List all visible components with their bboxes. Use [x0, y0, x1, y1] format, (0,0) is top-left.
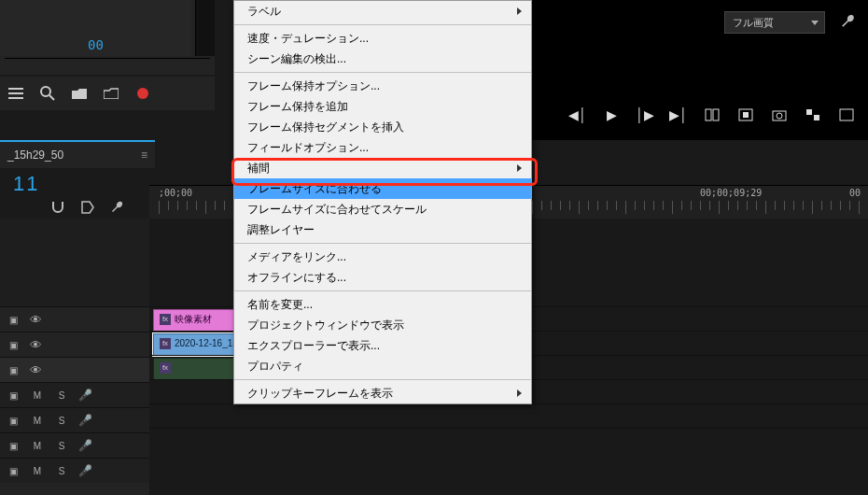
- audio-track-header[interactable]: ▣ M S 🎤: [0, 432, 149, 458]
- context-menu-item[interactable]: 補間: [234, 158, 531, 178]
- audio-meter: [195, 0, 215, 56]
- wrench-icon[interactable]: [110, 200, 127, 217]
- svg-rect-14: [840, 109, 853, 120]
- source-scrubber[interactable]: [5, 58, 210, 72]
- svg-rect-0: [8, 88, 23, 90]
- context-menu-item[interactable]: オフラインにする...: [234, 267, 531, 288]
- mute-button[interactable]: M: [30, 466, 45, 476]
- settings-wrench-icon[interactable]: [840, 13, 857, 30]
- svg-rect-1: [8, 92, 23, 94]
- ruler-label: ;00;00: [159, 188, 192, 198]
- svg-line-4: [49, 95, 54, 100]
- sequence-tab-label: _15h29_50: [7, 148, 63, 162]
- mic-icon[interactable]: 🎤: [78, 414, 92, 427]
- transport-controls: ◀│ ▶ │▶ ▶│: [569, 106, 855, 123]
- context-menu-item[interactable]: フレームサイズに合わせる: [234, 178, 531, 199]
- ruler-label: 00: [849, 188, 861, 198]
- eye-icon[interactable]: 👁: [30, 313, 42, 327]
- video-track-header[interactable]: ▣ 👁: [0, 357, 149, 382]
- context-menu-item[interactable]: 速度・デュレーション...: [234, 28, 531, 49]
- safe-margins-icon[interactable]: [838, 106, 855, 123]
- step-back-icon[interactable]: ◀│: [569, 106, 586, 123]
- svg-rect-12: [806, 109, 812, 115]
- context-menu-item[interactable]: プロパティ: [234, 356, 531, 376]
- quality-label: フル画質: [733, 17, 774, 28]
- list-view-icon[interactable]: [6, 83, 26, 104]
- sequence-timecode[interactable]: 11: [13, 172, 39, 196]
- playback-quality-dropdown[interactable]: フル画質: [724, 11, 825, 34]
- solo-button[interactable]: S: [54, 441, 69, 451]
- insert-icon[interactable]: [704, 106, 721, 123]
- context-menu: ラベル速度・デュレーション...シーン編集の検出...フレーム保持オプション..…: [233, 0, 532, 404]
- context-menu-item[interactable]: フレームサイズに合わせてスケール: [234, 199, 531, 219]
- context-menu-item[interactable]: フィールドオプション...: [234, 137, 531, 158]
- solo-button[interactable]: S: [54, 466, 69, 476]
- source-preview: 00: [0, 0, 191, 56]
- mute-button[interactable]: M: [30, 390, 45, 401]
- svg-rect-13: [814, 115, 819, 120]
- audio-track-header[interactable]: ▣ M S 🎤: [0, 407, 149, 432]
- source-monitor: 00: [0, 0, 215, 75]
- track-toggle-icon[interactable]: ▣: [6, 390, 21, 401]
- track-toggle-icon[interactable]: ▣: [6, 416, 21, 426]
- timeline-tool-icons: [50, 200, 127, 217]
- bin-icon[interactable]: [69, 83, 90, 104]
- context-menu-item[interactable]: フレーム保持セグメントを挿入: [234, 117, 531, 137]
- video-track-header[interactable]: ▣ 👁: [0, 306, 149, 332]
- track-toggle-icon[interactable]: ▣: [6, 365, 21, 375]
- svg-point-5: [137, 88, 148, 99]
- ruler-label: 00;00;09;29: [700, 188, 762, 198]
- search-icon[interactable]: [37, 83, 58, 104]
- mute-button[interactable]: M: [30, 416, 45, 426]
- sequence-tab[interactable]: _15h29_50 ≡: [0, 140, 155, 168]
- snap-icon[interactable]: [50, 200, 67, 217]
- context-menu-item[interactable]: クリップキーフレームを表示: [234, 383, 531, 403]
- app-root: 00 _15h29_50 ≡ 11 ;00;0000;00;09;2900 ▣ …: [0, 0, 868, 495]
- svg-point-3: [41, 87, 50, 96]
- context-menu-item[interactable]: フレーム保持を追加: [234, 96, 531, 117]
- svg-rect-9: [743, 112, 749, 118]
- eye-icon[interactable]: 👁: [30, 363, 42, 377]
- fx-badge-icon: fx: [160, 338, 171, 349]
- context-menu-item[interactable]: エクスプローラーで表示...: [234, 335, 531, 356]
- context-menu-item[interactable]: 調整レイヤー: [234, 219, 531, 240]
- sequence-tab-menu-icon[interactable]: ≡: [141, 142, 147, 168]
- source-timecode: 00: [88, 34, 104, 56]
- context-menu-item[interactable]: シーン編集の検出...: [234, 49, 531, 69]
- mic-icon[interactable]: 🎤: [78, 464, 92, 477]
- fx-badge-icon: fx: [160, 314, 171, 325]
- mute-button[interactable]: M: [30, 441, 45, 451]
- context-menu-item[interactable]: 名前を変更...: [234, 294, 531, 315]
- svg-rect-2: [8, 97, 23, 99]
- context-menu-item[interactable]: プロジェクトウィンドウで表示: [234, 315, 531, 335]
- context-menu-item[interactable]: メディアをリンク...: [234, 247, 531, 267]
- track-toggle-icon[interactable]: ▣: [6, 315, 21, 325]
- fx-badge-icon: fx: [160, 362, 171, 374]
- comparison-view-icon[interactable]: [805, 106, 821, 123]
- svg-point-11: [777, 113, 782, 119]
- track-toggle-icon[interactable]: ▣: [6, 340, 21, 350]
- context-menu-item[interactable]: フレーム保持オプション...: [234, 76, 531, 96]
- solo-button[interactable]: S: [54, 390, 69, 401]
- overwrite-icon[interactable]: [737, 106, 754, 123]
- mic-icon[interactable]: 🎤: [78, 389, 92, 402]
- go-to-out-icon[interactable]: ▶│: [670, 106, 687, 123]
- project-toolbar: [0, 77, 215, 110]
- new-bin-icon[interactable]: [101, 83, 121, 104]
- audio-track-header[interactable]: ▣ M S 🎤: [0, 458, 149, 483]
- audio-track-header[interactable]: ▣ M S 🎤: [0, 382, 149, 407]
- context-menu-item[interactable]: ラベル: [234, 1, 531, 21]
- track-toggle-icon[interactable]: ▣: [6, 441, 21, 451]
- marker-tag-icon[interactable]: [80, 200, 97, 217]
- record-icon[interactable]: [133, 83, 153, 104]
- solo-button[interactable]: S: [54, 416, 69, 426]
- eye-icon[interactable]: 👁: [30, 338, 42, 352]
- step-forward-icon[interactable]: │▶: [637, 106, 653, 123]
- clip-label: 映像素材: [175, 314, 212, 324]
- video-track-header[interactable]: ▣ 👁: [0, 332, 149, 357]
- mic-icon[interactable]: 🎤: [78, 439, 92, 452]
- track-toggle-icon[interactable]: ▣: [6, 466, 21, 476]
- export-frame-icon[interactable]: [771, 106, 788, 123]
- play-icon[interactable]: ▶: [603, 106, 620, 123]
- track-headers: ▣ 👁 ▣ 👁 ▣ 👁 ▣ M S 🎤 ▣ M S 🎤 ▣ M S 🎤: [0, 219, 149, 495]
